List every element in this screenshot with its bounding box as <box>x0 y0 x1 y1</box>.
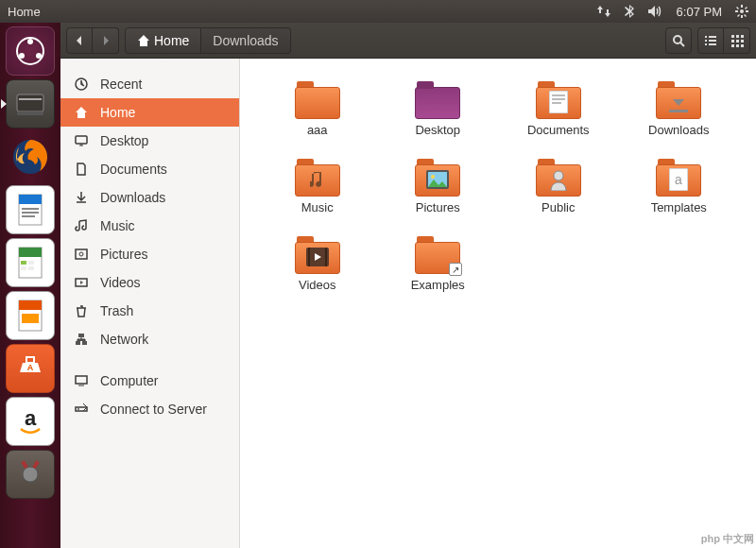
path-downloads[interactable]: Downloads <box>201 27 290 54</box>
svg-rect-44 <box>741 44 744 47</box>
sidebar-item-pictures[interactable]: Pictures <box>60 240 239 268</box>
svg-rect-19 <box>28 266 34 270</box>
launcher: A a <box>0 23 60 548</box>
svg-rect-7 <box>17 111 43 115</box>
sidebar-item-home[interactable]: Home <box>60 98 239 127</box>
view-list-button[interactable] <box>697 27 724 54</box>
svg-text:a: a <box>675 172 682 187</box>
folder-examples[interactable]: ↗Examples <box>411 236 465 314</box>
svg-rect-17 <box>28 261 34 265</box>
volume-icon[interactable] <box>648 5 663 18</box>
folder-desktop[interactable]: Desktop <box>415 81 460 159</box>
folder-downloads[interactable]: Downloads <box>648 81 709 159</box>
folder-public[interactable]: Public <box>536 159 581 236</box>
svg-rect-47 <box>76 249 87 259</box>
panel-title: Home <box>8 5 41 19</box>
svg-rect-51 <box>82 341 87 345</box>
folder-music[interactable]: Music <box>295 159 340 236</box>
sidebar-item-connect-to-server[interactable]: Connect to Server <box>60 395 239 423</box>
sidebar-item-trash[interactable]: Trash <box>60 297 239 325</box>
sidebar-item-documents[interactable]: Documents <box>60 155 239 183</box>
svg-text:a: a <box>25 406 37 430</box>
svg-rect-34 <box>705 43 707 45</box>
launcher-calc[interactable] <box>6 238 55 287</box>
svg-rect-60 <box>669 110 688 112</box>
svg-rect-38 <box>741 35 744 38</box>
svg-rect-52 <box>78 334 84 337</box>
svg-rect-22 <box>22 314 39 323</box>
top-panel: Home 6:07 PM <box>0 0 756 23</box>
svg-rect-57 <box>552 94 565 96</box>
svg-rect-30 <box>705 36 707 38</box>
nav-forward-button[interactable] <box>93 27 119 54</box>
sidebar-item-network[interactable]: Network <box>60 325 239 353</box>
svg-point-63 <box>431 175 435 179</box>
svg-rect-36 <box>731 35 734 38</box>
svg-rect-53 <box>76 376 87 384</box>
launcher-files[interactable] <box>6 79 55 128</box>
toolbar: Home Downloads <box>60 23 756 59</box>
sidebar-item-videos[interactable]: Videos <box>60 268 239 297</box>
svg-rect-46 <box>76 136 87 144</box>
svg-point-0 <box>740 9 744 13</box>
svg-rect-68 <box>308 248 310 266</box>
svg-rect-12 <box>22 212 39 214</box>
folder-documents[interactable]: Documents <box>527 81 590 159</box>
svg-rect-5 <box>17 94 43 111</box>
svg-rect-31 <box>709 36 716 38</box>
sidebar-item-downloads[interactable]: Downloads <box>60 183 239 212</box>
svg-rect-39 <box>731 40 734 43</box>
network-indicator-icon[interactable] <box>597 5 610 18</box>
svg-rect-10 <box>19 195 42 204</box>
svg-rect-41 <box>741 40 744 43</box>
launcher-writer[interactable] <box>6 185 55 234</box>
path-home[interactable]: Home <box>125 27 201 54</box>
sidebar-item-recent[interactable]: Recent <box>60 70 239 98</box>
svg-text:A: A <box>27 363 34 372</box>
svg-rect-18 <box>21 266 26 270</box>
svg-point-4 <box>36 53 42 59</box>
svg-rect-59 <box>552 102 561 104</box>
svg-rect-15 <box>19 248 42 257</box>
folder-templates[interactable]: aTemplates <box>651 159 707 236</box>
svg-rect-13 <box>22 215 35 217</box>
svg-point-29 <box>674 36 681 43</box>
svg-rect-21 <box>19 300 42 310</box>
svg-rect-35 <box>709 43 716 45</box>
svg-rect-32 <box>705 40 707 42</box>
gear-icon[interactable] <box>735 5 748 18</box>
launcher-settings[interactable] <box>6 450 55 499</box>
nav-back-button[interactable] <box>66 27 93 54</box>
launcher-firefox[interactable] <box>6 132 55 181</box>
svg-point-3 <box>19 53 25 59</box>
folder-aaa[interactable]: aaa <box>295 81 340 159</box>
svg-rect-50 <box>76 341 80 345</box>
svg-rect-42 <box>731 44 734 47</box>
launcher-dash[interactable] <box>6 26 55 76</box>
svg-rect-37 <box>736 35 739 38</box>
svg-rect-6 <box>19 98 42 100</box>
svg-rect-33 <box>709 40 716 42</box>
svg-rect-11 <box>22 208 39 210</box>
sidebar-item-desktop[interactable]: Desktop <box>60 127 239 155</box>
file-grid: aaaDesktopDocumentsDownloadsMusicPicture… <box>240 59 756 548</box>
sidebar: RecentHomeDesktopDocumentsDownloadsMusic… <box>60 59 240 548</box>
sidebar-item-music[interactable]: Music <box>60 212 239 240</box>
launcher-amazon[interactable]: a <box>6 397 55 446</box>
sidebar-item-computer[interactable]: Computer <box>60 367 239 395</box>
view-grid-button[interactable] <box>724 27 750 54</box>
svg-point-48 <box>79 252 83 256</box>
launcher-software[interactable]: A <box>6 344 55 393</box>
watermark: php 中文网 <box>701 532 754 546</box>
svg-point-26 <box>23 467 38 482</box>
svg-rect-43 <box>736 44 739 47</box>
folder-pictures[interactable]: Pictures <box>415 159 460 236</box>
svg-rect-16 <box>21 261 26 265</box>
svg-rect-40 <box>736 40 739 43</box>
clock[interactable]: 6:07 PM <box>677 5 722 19</box>
folder-videos[interactable]: Videos <box>295 236 340 314</box>
bluetooth-icon[interactable] <box>624 5 635 18</box>
search-button[interactable] <box>665 27 692 54</box>
launcher-impress[interactable] <box>6 291 55 340</box>
svg-rect-58 <box>552 98 565 100</box>
